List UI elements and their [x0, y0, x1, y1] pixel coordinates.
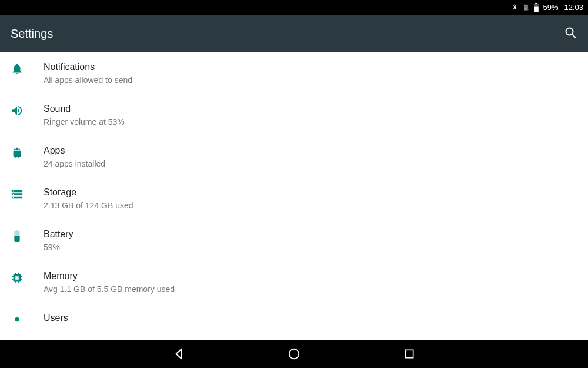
status-bar: 59% 12:03 [0, 0, 588, 15]
home-button[interactable] [286, 346, 302, 362]
settings-item-memory[interactable]: Memory Avg 1.1 GB of 5.5 GB memory used [0, 261, 588, 303]
svg-point-9 [13, 197, 14, 198]
settings-list[interactable]: Notifications All apps allowed to send S… [0, 52, 588, 340]
svg-point-6 [18, 148, 19, 149]
users-icon [11, 311, 44, 329]
svg-point-3 [566, 28, 573, 35]
home-icon [288, 347, 300, 360]
item-title: Notifications [44, 61, 132, 74]
volume-icon [11, 102, 44, 117]
svg-rect-13 [12, 279, 14, 280]
item-title: Users [44, 311, 68, 324]
svg-rect-15 [21, 279, 22, 280]
svg-rect-2 [534, 7, 539, 12]
settings-item-battery[interactable]: Battery 59% [0, 220, 588, 261]
svg-line-4 [572, 34, 576, 38]
svg-rect-17 [18, 273, 19, 274]
battery-percent: 59% [543, 3, 558, 12]
item-subtitle: Ringer volume at 53% [44, 116, 125, 128]
search-icon [563, 25, 577, 39]
bluetooth-icon [511, 3, 519, 12]
svg-rect-14 [21, 276, 22, 277]
item-title: Apps [44, 144, 105, 157]
clock: 12:03 [564, 3, 583, 12]
item-title: Sound [44, 102, 125, 115]
page-title: Settings [11, 27, 53, 41]
battery-icon [533, 3, 539, 12]
svg-rect-16 [15, 273, 16, 274]
settings-item-apps[interactable]: Apps 24 apps installed [0, 136, 588, 178]
back-button[interactable] [171, 346, 186, 362]
item-title: Battery [44, 228, 74, 241]
no-sim-icon [522, 3, 530, 12]
action-bar: Settings [0, 15, 588, 52]
svg-point-8 [13, 194, 14, 195]
settings-item-users[interactable]: Users [0, 303, 588, 329]
settings-item-notifications[interactable]: Notifications All apps allowed to send [0, 52, 588, 94]
recent-button[interactable] [402, 346, 417, 362]
svg-point-5 [15, 148, 16, 149]
item-subtitle: 2.13 GB of 124 GB used [44, 200, 133, 211]
svg-rect-0 [536, 3, 538, 4]
svg-rect-12 [12, 276, 14, 277]
bell-icon [11, 61, 44, 75]
svg-rect-22 [405, 350, 413, 357]
item-subtitle: Avg 1.1 GB of 5.5 GB memory used [44, 283, 175, 295]
svg-point-20 [15, 317, 19, 321]
item-subtitle: 59% [44, 241, 74, 253]
item-subtitle: All apps allowed to send [44, 74, 132, 86]
item-title: Memory [44, 270, 175, 283]
svg-point-21 [289, 349, 299, 359]
memory-icon [11, 270, 44, 284]
android-icon [11, 144, 44, 159]
svg-point-7 [13, 191, 14, 192]
settings-item-sound[interactable]: Sound Ringer volume at 53% [0, 94, 588, 136]
item-subtitle: 24 apps installed [44, 158, 105, 170]
storage-icon [11, 186, 44, 201]
back-icon [172, 347, 185, 360]
settings-item-storage[interactable]: Storage 2.13 GB of 124 GB used [0, 178, 588, 220]
recent-icon [403, 348, 415, 360]
svg-rect-11 [15, 276, 19, 280]
svg-rect-19 [18, 281, 19, 283]
svg-rect-18 [15, 281, 16, 283]
search-button[interactable] [563, 25, 577, 42]
navigation-bar [0, 340, 588, 368]
battery-icon [11, 228, 44, 243]
item-title: Storage [44, 186, 133, 199]
